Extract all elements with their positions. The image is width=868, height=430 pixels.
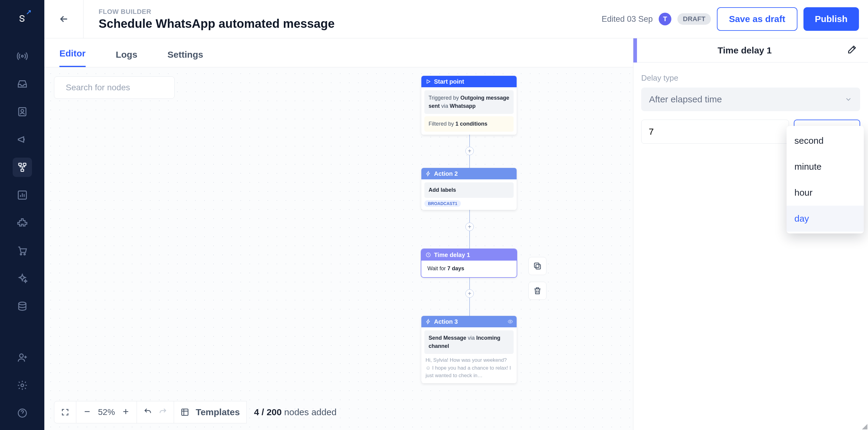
app-logo[interactable] (13, 10, 31, 28)
publish-button[interactable]: Publish (803, 7, 859, 31)
node-start[interactable]: Start point Triggered by Outgoing messag… (421, 76, 517, 135)
svg-point-2 (21, 110, 24, 112)
undo-button[interactable] (144, 407, 152, 417)
bolt-icon (426, 171, 431, 176)
zoom-percent: 52% (98, 407, 115, 417)
nav-contacts-icon[interactable] (13, 102, 32, 121)
fit-view-button[interactable] (54, 401, 76, 423)
delete-node-button[interactable] (528, 282, 547, 300)
node-title: Time delay 1 (434, 252, 470, 258)
node-time-delay[interactable]: Time delay 1 Wait for 7 days (421, 249, 517, 277)
add-node-button[interactable]: + (465, 289, 474, 298)
svg-point-0 (22, 55, 23, 57)
unit-dropdown: second minute hour day (786, 126, 864, 233)
templates-icon (181, 408, 189, 417)
svg-rect-3 (19, 163, 22, 166)
delay-text: Wait for 7 days (424, 264, 514, 274)
resize-handle[interactable] (862, 424, 867, 429)
redo-button[interactable] (159, 407, 167, 417)
templates-button[interactable]: Templates (174, 401, 247, 423)
eye-icon (507, 319, 513, 326)
back-button[interactable] (44, 0, 84, 38)
play-icon (426, 79, 431, 84)
nav-help-icon[interactable] (13, 403, 32, 423)
clock-icon (426, 252, 431, 258)
tab-settings[interactable]: Settings (167, 50, 203, 67)
page-header: FLOW BUILDER Schedule WhatsApp automated… (44, 0, 868, 38)
add-node-button[interactable]: + (465, 147, 474, 155)
page-title: Schedule WhatsApp automated message (99, 17, 335, 30)
duplicate-node-button[interactable] (528, 257, 547, 275)
nav-settings-icon[interactable] (13, 376, 32, 395)
trigger-box: Triggered by Outgoing message sent via W… (424, 90, 514, 114)
nav-campaign-icon[interactable] (13, 130, 32, 149)
message-preview: Hi, Sylvia! How was your weekend? ☺ I ho… (421, 354, 517, 383)
delay-value-input[interactable] (641, 120, 789, 144)
chevron-down-icon (844, 95, 852, 103)
search-nodes[interactable] (54, 77, 175, 99)
edited-timestamp: Edited 03 Sep (602, 15, 653, 24)
node-action-3[interactable]: Action 3 Send Message via Incoming chann… (421, 316, 517, 383)
nav-integrations-icon[interactable] (13, 213, 32, 232)
inspector-panel: Time delay 1 Delay type After elapsed ti… (633, 38, 868, 430)
panel-accent (633, 38, 637, 62)
unit-option-hour[interactable]: hour (786, 180, 864, 206)
nav-inbox-icon[interactable] (13, 74, 32, 94)
action-body: Send Message via Incoming channel (424, 331, 514, 354)
unit-option-day[interactable]: day (786, 206, 864, 232)
unit-option-second[interactable]: second (786, 128, 864, 154)
svg-rect-18 (182, 409, 188, 415)
nav-reports-icon[interactable] (13, 185, 32, 205)
tab-logs[interactable]: Logs (116, 50, 137, 67)
nav-broadcast-icon[interactable] (13, 47, 32, 66)
unit-option-minute[interactable]: minute (786, 154, 864, 180)
zoom-in-button[interactable] (122, 407, 130, 417)
nav-data-icon[interactable] (13, 296, 32, 316)
node-action-2[interactable]: Action 2 Add labels BROADCAST1 (421, 168, 517, 210)
user-avatar[interactable]: T (659, 13, 671, 25)
status-badge: DRAFT (677, 13, 711, 25)
panel-title: Time delay 1 (717, 45, 772, 56)
svg-point-8 (24, 254, 25, 255)
node-title: Action 2 (434, 170, 458, 177)
nav-ai-icon[interactable] (13, 269, 32, 288)
svg-point-7 (20, 254, 22, 255)
nav-flowbuilder-icon[interactable] (13, 157, 32, 177)
nodes-count: 4 / 200 nodes added (254, 407, 337, 417)
delay-type-label: Delay type (641, 74, 860, 83)
breadcrumb: FLOW BUILDER (99, 8, 335, 16)
zoom-out-button[interactable] (83, 407, 91, 417)
save-as-draft-button[interactable]: Save as draft (717, 7, 798, 31)
label-chip: BROADCAST1 (424, 200, 461, 207)
svg-rect-16 (536, 264, 540, 269)
delay-type-select[interactable]: After elapsed time (641, 88, 860, 111)
svg-point-10 (20, 354, 23, 357)
node-title: Action 3 (434, 318, 458, 325)
action-body: Add labels (424, 182, 514, 198)
svg-rect-5 (21, 169, 24, 172)
rename-button[interactable] (847, 45, 859, 56)
nav-rail (0, 0, 44, 430)
bolt-icon (426, 319, 431, 324)
svg-point-15 (510, 321, 511, 322)
svg-rect-17 (534, 263, 539, 267)
node-title: Start point (434, 78, 464, 85)
svg-point-9 (19, 302, 26, 305)
svg-point-11 (21, 384, 24, 387)
nav-invite-icon[interactable] (13, 348, 32, 367)
filter-box: Filtered by 1 conditions (424, 116, 514, 132)
add-node-button[interactable]: + (465, 223, 474, 231)
nav-commerce-icon[interactable] (13, 241, 32, 260)
flow-canvas[interactable]: Start point Triggered by Outgoing messag… (44, 67, 633, 430)
svg-rect-4 (23, 163, 26, 166)
search-input[interactable] (66, 83, 174, 92)
tab-editor[interactable]: Editor (59, 48, 86, 67)
